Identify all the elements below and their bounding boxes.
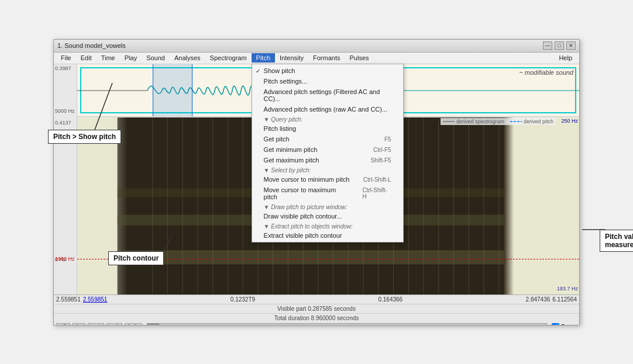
nav-out[interactable]: out bbox=[88, 323, 104, 325]
close-button[interactable]: ✕ bbox=[566, 41, 576, 50]
menu-pulses[interactable]: Pulses bbox=[345, 53, 374, 63]
group-checkbox[interactable] bbox=[552, 323, 559, 325]
spectrogram-line-sample bbox=[443, 120, 455, 123]
y-top-label: 0.3987 bbox=[55, 65, 71, 71]
annotation-pitch-show: Pitch > Show pitch bbox=[48, 130, 121, 144]
menu-intensity[interactable]: Intensity bbox=[275, 53, 308, 63]
menu-pitch[interactable]: Pitch Show pitch Pitch settings... Advan… bbox=[252, 53, 275, 63]
time-1: 2.559851 bbox=[56, 296, 81, 303]
scrollbar-thumb[interactable] bbox=[147, 324, 159, 325]
menu-advanced-pitch-filtered[interactable]: Advanced pitch settings (Filtered AC and… bbox=[252, 86, 403, 104]
y-bottom-label: 0.4137 bbox=[55, 120, 71, 126]
status-visible-part: Visible part 0.287585 seconds bbox=[54, 304, 579, 314]
menu-advanced-pitch-raw[interactable]: Advanced pitch settings (raw AC and CC).… bbox=[252, 104, 403, 115]
menu-formants[interactable]: Formants bbox=[308, 53, 345, 63]
menu-move-min[interactable]: Move cursor to minimum pitch Ctrl-Shift-… bbox=[252, 174, 403, 185]
menu-pitch-listing[interactable]: Pitch listing bbox=[252, 123, 403, 134]
menu-spectrogram[interactable]: Spectrogram bbox=[205, 53, 252, 63]
time-6: 6.112564 bbox=[552, 296, 577, 303]
hz-right-bottom: 183.7 Hz bbox=[557, 286, 578, 292]
status-row-times: 2.559851 2.559851 0.1232T9 0.164366 2.84… bbox=[54, 295, 579, 304]
pitch-line-sample bbox=[510, 120, 522, 123]
menu-file[interactable]: File bbox=[56, 53, 76, 63]
section-draw: ▼ Draw pitch to picture window: bbox=[252, 202, 403, 211]
menu-extract-pitch[interactable]: Extract visible pitch contour bbox=[252, 230, 403, 241]
menu-pitch-settings[interactable]: Pitch settings... bbox=[252, 76, 403, 86]
hz-left-label: 1993 Hz bbox=[55, 256, 75, 262]
time-3: 0.1232T9 bbox=[231, 296, 255, 303]
group-checkbox-container: Group bbox=[552, 323, 577, 325]
hz-right-top: 250 Hz bbox=[561, 118, 578, 124]
section-select: ▼ Select by pitch: bbox=[252, 165, 403, 174]
time-4: 0.164366 bbox=[378, 296, 402, 303]
minimize-button[interactable]: — bbox=[543, 41, 552, 50]
menu-help[interactable]: Help bbox=[554, 53, 577, 63]
window-controls: — □ ✕ bbox=[543, 41, 576, 50]
annotation-pitch-value: Pitch value asmeasured manually bbox=[600, 230, 633, 252]
menu-time[interactable]: Time bbox=[97, 53, 120, 63]
nav-all[interactable]: all bbox=[56, 323, 70, 325]
section-query: ▼ Query pitch: bbox=[252, 115, 403, 123]
derived-labels: derived spectrogram derived pitch bbox=[441, 118, 556, 125]
status-nav: all in out sel bak Group bbox=[54, 323, 579, 325]
waveform-selection bbox=[153, 64, 193, 116]
nav-sel[interactable]: sel bbox=[106, 323, 122, 325]
time-5: 2.847436 bbox=[526, 296, 551, 303]
menu-get-max-pitch[interactable]: Get maximum pitch Shift-F5 bbox=[252, 155, 403, 165]
svg-rect-4 bbox=[118, 250, 504, 264]
menu-play[interactable]: Play bbox=[120, 53, 142, 63]
nav-bak[interactable]: bak bbox=[125, 323, 142, 325]
status-total-duration: Total duration 8.960000 seconds bbox=[54, 314, 579, 323]
window-title: 1. Sound model_vowels bbox=[57, 42, 126, 49]
section-extract: ▼ Extract pitch to objects window: bbox=[252, 221, 403, 230]
y-5000hz-label: 5000 Hz bbox=[55, 108, 75, 114]
menu-analyses[interactable]: Analyses bbox=[170, 53, 205, 63]
menu-edit[interactable]: Edit bbox=[76, 53, 97, 63]
menu-draw-pitch[interactable]: Draw visible pitch contour... bbox=[252, 211, 403, 221]
title-bar: 1. Sound model_vowels — □ ✕ bbox=[54, 40, 579, 53]
pitch-dropdown: Show pitch Pitch settings... Advanced pi… bbox=[252, 64, 404, 242]
menu-bar: File Edit Time Play Sound Analyses Spect… bbox=[54, 53, 579, 64]
annotation-pitch-contour: Pitch contour bbox=[108, 251, 164, 265]
svg-rect-31 bbox=[443, 121, 455, 122]
maximize-button[interactable]: □ bbox=[555, 41, 564, 50]
menu-show-pitch[interactable]: Show pitch bbox=[252, 65, 403, 76]
scrollbar[interactable] bbox=[147, 323, 548, 325]
main-window: 1. Sound model_vowels — □ ✕ File Edit Ti… bbox=[53, 39, 580, 325]
menu-get-min-pitch[interactable]: Get minimum pitch Ctrl-F5 bbox=[252, 144, 403, 155]
derived-pitch-label: derived pitch bbox=[510, 119, 553, 124]
group-label: Group bbox=[560, 324, 577, 325]
derived-spectrogram-label: derived spectrogram bbox=[443, 119, 504, 124]
time-2[interactable]: 2.559851 bbox=[83, 296, 108, 303]
menu-get-pitch[interactable]: Get pitch F5 bbox=[252, 134, 403, 144]
menu-move-max[interactable]: Move cursor to maximum pitch Ctrl-Shift-… bbox=[252, 185, 403, 202]
status-bar: 2.559851 2.559851 0.1232T9 0.164366 2.84… bbox=[54, 294, 579, 325]
menu-sound[interactable]: Sound bbox=[142, 53, 170, 63]
nav-in[interactable]: in bbox=[73, 323, 85, 325]
